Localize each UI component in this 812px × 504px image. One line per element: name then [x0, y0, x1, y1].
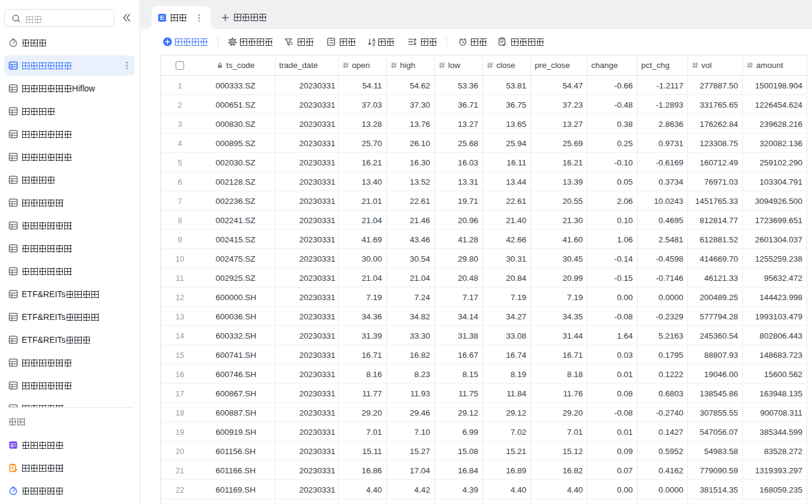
svg-text:Z: Z	[372, 41, 375, 47]
